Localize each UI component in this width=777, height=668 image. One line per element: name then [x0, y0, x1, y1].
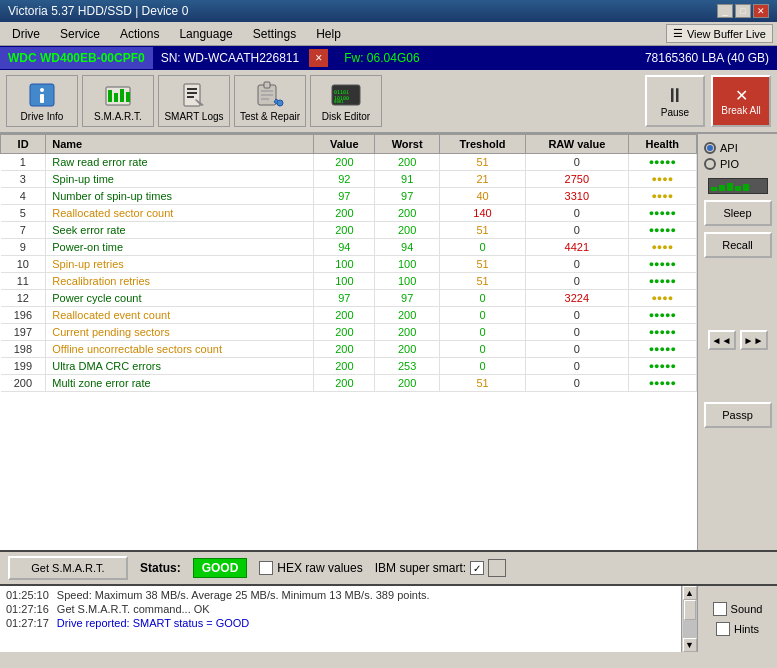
- smart-logs-button[interactable]: SMART Logs: [158, 75, 230, 127]
- menu-actions[interactable]: Actions: [112, 25, 167, 43]
- smart-logs-icon: [178, 81, 210, 109]
- col-raw: RAW value: [526, 135, 628, 154]
- nav-buttons: ◄◄ ►►: [708, 330, 768, 350]
- right-sidebar: API PIO Sleep Recall ◄◄ ►► Passp: [697, 134, 777, 550]
- cell-name: Raw read error rate: [46, 154, 314, 171]
- menu-language[interactable]: Language: [171, 25, 240, 43]
- cell-name: Offline uncorrectable sectors count: [46, 341, 314, 358]
- cell-raw: 0: [526, 324, 628, 341]
- drive-info-button[interactable]: Drive Info: [6, 75, 78, 127]
- api-radio-indicator: [704, 142, 716, 154]
- maximize-button[interactable]: □: [735, 4, 751, 18]
- next-button[interactable]: ►►: [740, 330, 768, 350]
- get-smart-button[interactable]: Get S.M.A.R.T.: [8, 556, 128, 580]
- scroll-down-button[interactable]: ▼: [683, 638, 697, 652]
- sound-checkbox-label[interactable]: Sound: [713, 602, 763, 616]
- hex-checkbox-label[interactable]: HEX raw values: [259, 561, 362, 575]
- svg-rect-7: [126, 92, 130, 102]
- ibm-checkbox[interactable]: [470, 561, 484, 575]
- cell-name: Seek error rate: [46, 222, 314, 239]
- log-scrollbar[interactable]: ▲ ▼: [681, 586, 697, 652]
- speed-bar-1: [711, 187, 717, 191]
- cell-id: 200: [1, 375, 46, 392]
- hints-checkbox[interactable]: [716, 622, 730, 636]
- smart-logs-label: SMART Logs: [164, 111, 223, 122]
- passp-button[interactable]: Passp: [704, 402, 772, 428]
- cell-treshold: 0: [439, 324, 525, 341]
- prev-button[interactable]: ◄◄: [708, 330, 736, 350]
- cell-id: 196: [1, 307, 46, 324]
- info-icon: [26, 81, 58, 109]
- cell-health: ●●●●●: [628, 222, 696, 239]
- disk-editor-button[interactable]: 01101 10100 0001 Disk Editor: [310, 75, 382, 127]
- log-time-1: 01:27:16: [6, 603, 49, 615]
- scroll-thumb[interactable]: [684, 600, 696, 620]
- hints-checkbox-label[interactable]: Hints: [716, 622, 759, 636]
- cell-health: ●●●●●: [628, 341, 696, 358]
- cell-health: ●●●●●: [628, 358, 696, 375]
- table-row: 11 Recalibration retries 100 100 51 0 ●●…: [1, 273, 697, 290]
- break-button[interactable]: ✕ Break All: [711, 75, 771, 127]
- drive-info-label: Drive Info: [21, 111, 64, 122]
- menu-help[interactable]: Help: [308, 25, 349, 43]
- cell-treshold: 0: [439, 307, 525, 324]
- view-buffer-button[interactable]: ☰ View Buffer Live: [666, 24, 773, 43]
- cell-id: 10: [1, 256, 46, 273]
- cell-value: 97: [314, 188, 375, 205]
- minimize-button[interactable]: _: [717, 4, 733, 18]
- log-time-0: 01:25:10: [6, 589, 49, 601]
- cell-name: Number of spin-up times: [46, 188, 314, 205]
- cell-value: 200: [314, 154, 375, 171]
- log-msg-0: Speed: Maximum 38 MB/s. Average 25 MB/s.…: [57, 589, 430, 601]
- table-row: 9 Power-on time 94 94 0 4421 ●●●●: [1, 239, 697, 256]
- cell-name: Ultra DMA CRC errors: [46, 358, 314, 375]
- window-controls: _ □ ✕: [717, 4, 769, 18]
- pio-radio[interactable]: PIO: [704, 158, 771, 170]
- cell-id: 9: [1, 239, 46, 256]
- cell-raw: 0: [526, 358, 628, 375]
- cell-value: 200: [314, 375, 375, 392]
- device-name: WDC WD400EB-00CPF0: [0, 47, 153, 69]
- scroll-up-button[interactable]: ▲: [683, 586, 697, 600]
- cell-name: Reallocated event count: [46, 307, 314, 324]
- menu-settings[interactable]: Settings: [245, 25, 304, 43]
- cell-health: ●●●●●: [628, 256, 696, 273]
- table-row: 5 Reallocated sector count 200 200 140 0…: [1, 205, 697, 222]
- test-repair-button[interactable]: Test & Repair: [234, 75, 306, 127]
- smart-button[interactable]: S.M.A.R.T.: [82, 75, 154, 127]
- cell-treshold: 0: [439, 341, 525, 358]
- cell-raw: 0: [526, 273, 628, 290]
- recall-button[interactable]: Recall: [704, 232, 772, 258]
- pio-radio-indicator: [704, 158, 716, 170]
- sound-checkbox[interactable]: [713, 602, 727, 616]
- menu-drive[interactable]: Drive: [4, 25, 48, 43]
- cell-value: 200: [314, 205, 375, 222]
- smart-table-body: 1 Raw read error rate 200 200 51 0 ●●●●●…: [1, 154, 697, 392]
- hex-checkbox[interactable]: [259, 561, 273, 575]
- device-serial: SN: WD-WCAATH226811: [153, 47, 307, 69]
- cell-health: ●●●●●: [628, 205, 696, 222]
- pause-button[interactable]: ⏸ Pause: [645, 75, 705, 127]
- ibm-square-button[interactable]: [488, 559, 506, 577]
- toolbar: Drive Info S.M.A.R.T. SMART Logs: [0, 70, 777, 134]
- cell-treshold: 0: [439, 239, 525, 256]
- close-button[interactable]: ✕: [753, 4, 769, 18]
- table-row: 199 Ultra DMA CRC errors 200 253 0 0 ●●●…: [1, 358, 697, 375]
- cell-id: 198: [1, 341, 46, 358]
- device-close-button[interactable]: ×: [309, 49, 328, 67]
- speed-bar-2: [719, 185, 725, 191]
- smart-table-container[interactable]: ID Name Value Worst Treshold RAW value H…: [0, 134, 697, 550]
- device-bar: WDC WD400EB-00CPF0 SN: WD-WCAATH226811 ×…: [0, 46, 777, 70]
- mode-radio-group: API PIO: [702, 140, 773, 172]
- menu-service[interactable]: Service: [52, 25, 108, 43]
- break-icon: ✕: [735, 86, 748, 105]
- sleep-button[interactable]: Sleep: [704, 200, 772, 226]
- status-label: Status:: [140, 561, 181, 575]
- cell-name: Current pending sectors: [46, 324, 314, 341]
- svg-rect-13: [264, 82, 270, 88]
- cell-treshold: 40: [439, 188, 525, 205]
- api-radio[interactable]: API: [704, 142, 771, 154]
- status-bar: Get S.M.A.R.T. Status: GOOD HEX raw valu…: [0, 550, 777, 584]
- col-health: Health: [628, 135, 696, 154]
- svg-rect-5: [114, 93, 118, 102]
